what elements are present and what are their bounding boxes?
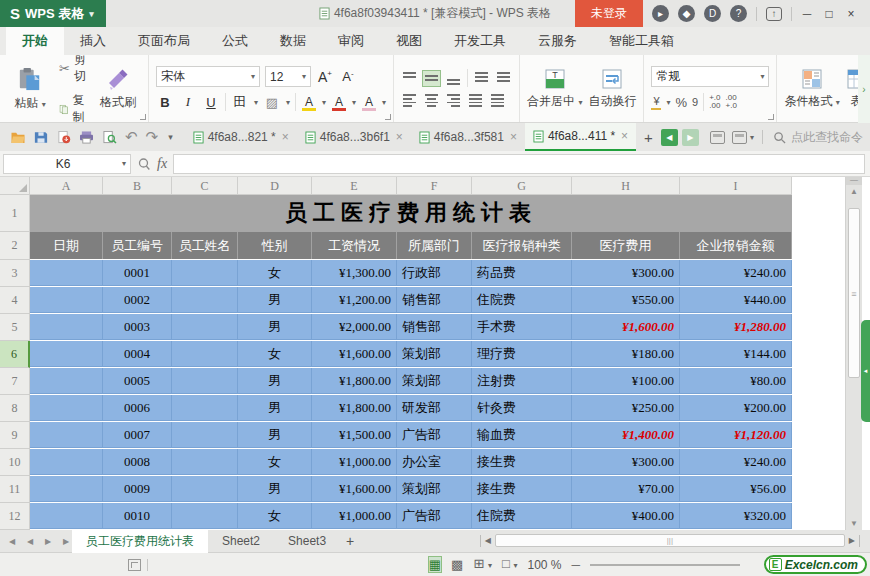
document-tab-0[interactable]: 4f6a8...821 *× (185, 123, 297, 151)
cell[interactable] (30, 341, 103, 367)
new-document-button[interactable]: + (644, 129, 653, 146)
row-header-11[interactable]: 11 (0, 476, 30, 503)
document-tab-1[interactable]: 4f6a8...3b6f1× (297, 123, 411, 151)
cell[interactable]: ¥1,120.00 (680, 422, 792, 448)
print-preview-button[interactable] (102, 131, 117, 144)
cell[interactable]: 住院费 (472, 287, 572, 313)
ribbon-scroll-right-icon[interactable]: › (858, 55, 870, 123)
next-doc-button[interactable]: ▶ (682, 129, 699, 146)
first-sheet-icon[interactable]: ◀ (6, 537, 18, 546)
cell[interactable]: 销售部 (397, 287, 472, 313)
close-tab-icon[interactable]: × (510, 130, 517, 144)
cell[interactable]: 0010 (103, 503, 172, 529)
paste-button[interactable]: 粘贴 ▾ (7, 59, 53, 119)
save-button[interactable] (34, 131, 48, 144)
cell[interactable]: 广告部 (397, 503, 472, 529)
close-tab-icon[interactable]: × (621, 129, 628, 143)
prev-sheet-icon[interactable]: ◀ (24, 537, 36, 546)
cell[interactable] (30, 368, 103, 394)
cell[interactable] (172, 449, 238, 475)
column-header-G[interactable]: G (472, 177, 572, 195)
fill-pattern-button[interactable]: ▨ (263, 95, 281, 110)
column-header-A[interactable]: A (30, 177, 103, 195)
vip-icon[interactable]: ◆ (678, 5, 695, 22)
cell[interactable]: 0006 (103, 395, 172, 421)
ribbon-tab-6[interactable]: 视图 (380, 27, 438, 55)
cell[interactable] (30, 314, 103, 340)
print-button[interactable] (79, 131, 94, 144)
row-header-3[interactable]: 3 (0, 260, 30, 287)
distribute-button[interactable] (489, 93, 506, 108)
bold-button[interactable]: B (156, 95, 174, 110)
redo-button[interactable]: ↷ (146, 128, 159, 146)
number-format-select[interactable]: 常规▾ (651, 66, 769, 87)
cell[interactable]: 男 (238, 395, 312, 421)
clear-format-button[interactable]: A (361, 95, 377, 109)
cell[interactable]: ¥80.00 (680, 368, 792, 394)
ribbon-tab-3[interactable]: 公式 (206, 27, 264, 55)
sheet-tab-1[interactable]: Sheet2 (208, 530, 274, 553)
column-header-E[interactable]: E (312, 177, 397, 195)
cell[interactable] (172, 260, 238, 286)
cell[interactable] (30, 449, 103, 475)
format-painter-button[interactable]: 格式刷 (95, 59, 141, 119)
cell[interactable]: 输血费 (472, 422, 572, 448)
cell[interactable]: 手术费 (472, 314, 572, 340)
cell[interactable]: 女 (238, 449, 312, 475)
next-sheet-icon[interactable]: ▶ (42, 537, 54, 546)
cell[interactable]: 男 (238, 314, 312, 340)
increase-decimal-button[interactable]: +.0.00 (709, 94, 720, 110)
cell[interactable]: 行政部 (397, 260, 472, 286)
export-pdf-button[interactable] (56, 131, 71, 144)
cell[interactable]: 男 (238, 476, 312, 502)
cell[interactable] (172, 368, 238, 394)
row-header-8[interactable]: 8 (0, 395, 30, 422)
collapse-ribbon-icon[interactable]: ↑ (766, 7, 782, 21)
minimize-button[interactable]: ─ (796, 7, 818, 21)
font-size-select[interactable]: 12▾ (265, 66, 311, 87)
document-tab-3[interactable]: 4f6a8...411 *× (525, 123, 636, 151)
sheet-tab-0[interactable]: 员工医疗费用统计表 (72, 530, 208, 553)
close-button[interactable]: × (840, 7, 862, 21)
table-header-cell[interactable]: 企业报销金额 (680, 232, 792, 259)
search-icon[interactable] (137, 157, 151, 171)
select-all-corner[interactable] (0, 177, 30, 195)
copy-button[interactable]: 复制 (59, 92, 89, 123)
ribbon-tab-4[interactable]: 数据 (264, 27, 322, 55)
cell[interactable]: 广告部 (397, 422, 472, 448)
table-header-cell[interactable]: 所属部门 (397, 232, 472, 259)
cell[interactable]: 0003 (103, 314, 172, 340)
cell[interactable]: 药品费 (472, 260, 572, 286)
cell[interactable]: 男 (238, 368, 312, 394)
cell[interactable]: ¥1,000.00 (312, 503, 397, 529)
align-right-button[interactable] (445, 93, 462, 108)
cell[interactable]: 策划部 (397, 341, 472, 367)
ribbon-tab-9[interactable]: 智能工具箱 (593, 27, 690, 55)
cell[interactable]: ¥1,600.00 (572, 314, 680, 340)
ribbon-tab-2[interactable]: 页面布局 (122, 27, 206, 55)
cell[interactable] (172, 395, 238, 421)
maximize-button[interactable]: □ (818, 7, 840, 21)
undo-button[interactable]: ↶ (125, 128, 138, 146)
cell[interactable] (172, 476, 238, 502)
cell[interactable]: ¥100.00 (572, 368, 680, 394)
sheet-tab-2[interactable]: Sheet3 (274, 530, 340, 553)
column-header-H[interactable]: H (572, 177, 680, 195)
zoom-out-button[interactable]: ─ (571, 558, 580, 572)
cell[interactable]: 0008 (103, 449, 172, 475)
cell[interactable]: ¥1,500.00 (312, 422, 397, 448)
column-header-C[interactable]: C (172, 177, 238, 195)
column-header-B[interactable]: B (103, 177, 172, 195)
cell[interactable]: ¥240.00 (680, 260, 792, 286)
column-header-I[interactable]: I (680, 177, 792, 195)
cell[interactable]: ¥2,000.00 (312, 314, 397, 340)
row-header-10[interactable]: 10 (0, 449, 30, 476)
cell[interactable] (172, 503, 238, 529)
add-sheet-button[interactable]: + (346, 533, 354, 549)
cell[interactable] (30, 260, 103, 286)
table-header-cell[interactable]: 员工姓名 (172, 232, 238, 259)
wps-menu-button[interactable]: S WPS 表格 ▾ (0, 0, 106, 27)
scroll-right-icon[interactable]: ▶ (849, 536, 855, 545)
cell[interactable]: 男 (238, 422, 312, 448)
prev-doc-button[interactable]: ◀ (661, 129, 678, 146)
